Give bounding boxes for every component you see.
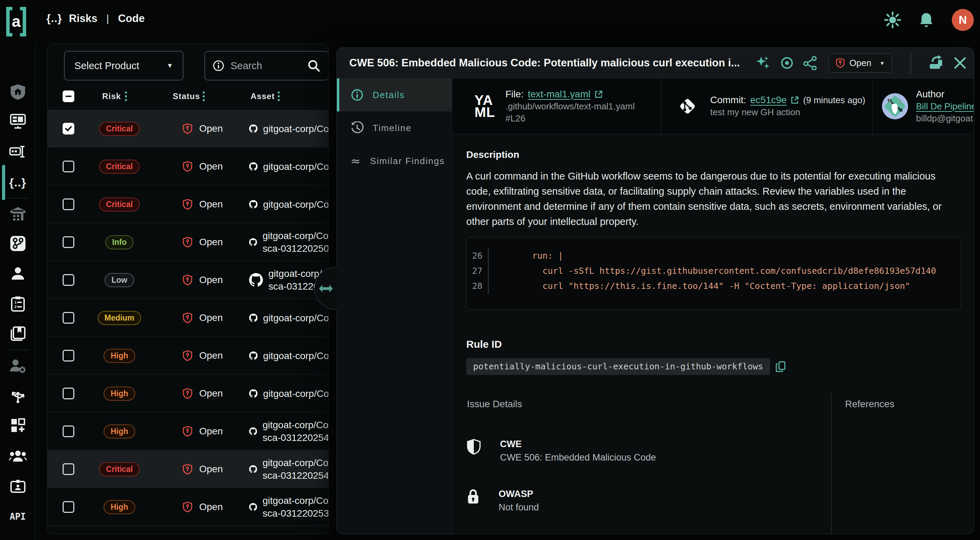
table-row[interactable]: Critical Open gitgoat-corp/Cosca-0312202… [48, 450, 328, 488]
code-line-text: curl -sSfL https://gist.githubuserconten… [488, 264, 961, 279]
app-logo-icon[interactable]: a [5, 6, 27, 37]
product-filter-dropdown[interactable]: Select Product ▼ [64, 51, 183, 81]
github-icon [249, 311, 258, 325]
file-line-ref: #L26 [506, 113, 635, 124]
table-row[interactable]: Critical Open gitgoat-corp/Co [48, 110, 328, 148]
close-icon[interactable] [953, 56, 967, 70]
status-dropdown-button[interactable]: Open ▼ [829, 53, 892, 73]
severity-badge: Low [105, 273, 134, 287]
author-name-link[interactable]: Bill De Pipeline [916, 101, 974, 111]
collapse-panel-icon[interactable] [928, 55, 944, 71]
grid-plus-icon [10, 418, 25, 433]
row-checkbox[interactable] [63, 236, 74, 248]
sidebar-divider [7, 198, 29, 199]
person-icon [10, 266, 25, 281]
share-icon[interactable] [803, 56, 818, 70]
row-checkbox[interactable] [63, 312, 74, 324]
status-column-menu-icon[interactable] [203, 92, 205, 101]
table-row[interactable]: Info Open gitgoat-corp/Cosca-031220250 [48, 223, 328, 261]
resize-arrows-icon [318, 283, 333, 294]
table-row[interactable]: Critical Open gitgoat-corp/Co [48, 186, 328, 223]
table-row[interactable]: Critical Open gitgoat-corp/Co [48, 148, 328, 186]
asset-name[interactable]: gitgoat-corp/Cosca-031220254 [262, 419, 329, 444]
copy-icon[interactable] [775, 361, 787, 373]
tab-details[interactable]: Details [337, 78, 452, 111]
sidebar-item-dashboard[interactable] [0, 109, 35, 133]
rule-id-value: potentially-malicious-curl-execution-in-… [466, 358, 770, 375]
table-row[interactable]: High Open gitgoat-corp/Cosca-031220254 [48, 412, 328, 450]
ai-sparkles-icon[interactable] [755, 55, 771, 71]
table-row[interactable]: Medium Open gitgoat-corp/Co [48, 299, 328, 337]
status-label: Open [199, 199, 223, 210]
asset-name[interactable]: gitgoat-corp/Cosca-031220253 [262, 494, 329, 520]
column-asset[interactable]: Asset [250, 92, 275, 101]
code-snippet[interactable]: 26 run: | 27 curl -sSfL https://gist.git… [466, 237, 961, 310]
table-row[interactable]: High Open gitgoat-corp/Cosca-031220253 [48, 488, 328, 526]
description-heading: Description [466, 149, 519, 160]
row-checkbox[interactable] [63, 388, 74, 399]
sidebar-item-teams[interactable] [0, 444, 35, 469]
circle-dot-icon[interactable] [780, 56, 794, 70]
table-row[interactable]: Low Open gitgoat-corp/Csca-0312202 [48, 261, 328, 299]
table-row[interactable]: High Open gitgoat-corp/Co [48, 337, 328, 375]
braces-glyph: {..} [46, 13, 62, 25]
sidebar-item-library[interactable] [0, 321, 35, 346]
asset-name[interactable]: gitgoat-corp/Cosca-031220254 [262, 456, 329, 482]
asset-name[interactable]: gitgoat-corp/Co [263, 349, 329, 362]
row-checkbox[interactable] [63, 350, 74, 362]
notifications-bell-icon[interactable] [919, 12, 934, 28]
github-icon [249, 235, 257, 249]
file-section: YAML File: text-mal1.yaml .github/workfl… [452, 78, 661, 134]
row-checkbox[interactable] [63, 199, 74, 210]
sidebar-item-home[interactable] [0, 79, 35, 104]
tab-similar-label: Similar Findings [370, 156, 445, 167]
svg-text:a: a [12, 13, 21, 30]
asset-name[interactable]: gitgoat-corp/Cosca-031220250 [262, 229, 329, 255]
row-checkbox[interactable] [63, 501, 74, 513]
sidebar-item-extensions[interactable] [0, 413, 35, 438]
history-clock-icon [351, 121, 364, 135]
theme-toggle-icon[interactable] [885, 12, 901, 28]
sidebar-item-contributors[interactable] [0, 261, 35, 286]
asset-name[interactable]: gitgoat-corp/Co [263, 387, 329, 400]
sidebar-item-code-scan[interactable] [0, 139, 35, 164]
asset-column-menu-icon[interactable] [278, 92, 280, 101]
risk-column-menu-icon[interactable] [125, 92, 127, 101]
sidebar-item-user-settings[interactable] [0, 354, 35, 378]
file-name-link[interactable]: text-mal1.yaml [528, 89, 590, 100]
column-divider [831, 392, 832, 534]
tab-timeline[interactable]: Timeline [337, 111, 452, 145]
row-checkbox[interactable] [63, 426, 74, 437]
asset-name[interactable]: gitgoat-corp/Co [263, 311, 329, 324]
search-input[interactable]: Search [204, 51, 329, 81]
sidebar-item-tasks[interactable]: 12 [0, 291, 35, 316]
sidebar-item-workflows[interactable] [0, 383, 35, 408]
code-line-number: 28 [466, 279, 488, 294]
sidebar-item-inventory[interactable] [0, 201, 35, 226]
table-row[interactable]: High Open gitgoat-corp/Co [48, 375, 328, 412]
sidebar-item-repositories[interactable] [0, 231, 35, 256]
select-all-checkbox[interactable] [63, 91, 74, 102]
asset-name[interactable]: gitgoat-corp/Co [263, 198, 329, 211]
asset-name[interactable]: gitgoat-corp/Co [263, 122, 329, 135]
sidebar-item-api[interactable]: API [0, 504, 35, 529]
status-label: Open [199, 161, 223, 172]
asset-name[interactable]: gitgoat-corp/Co [263, 160, 329, 173]
user-gear-icon [9, 358, 27, 373]
id-badge-icon [10, 479, 26, 493]
tab-similar-findings[interactable]: ≈ Similar Findings [337, 145, 452, 178]
row-checkbox[interactable] [63, 123, 74, 135]
commit-hash-link[interactable]: ec51c9e [750, 95, 787, 106]
column-risk[interactable]: Risk [102, 92, 121, 101]
row-checkbox[interactable] [63, 274, 74, 286]
row-checkbox[interactable] [63, 463, 74, 475]
severity-badge: High [103, 387, 135, 401]
user-avatar[interactable]: N [952, 9, 974, 31]
row-checkbox[interactable] [63, 160, 74, 172]
column-status[interactable]: Status [173, 92, 200, 101]
severity-badge: Medium [98, 311, 142, 325]
cwe-value: CWE 506: Embedded Malicious Code [500, 452, 656, 463]
sidebar-item-risks-code[interactable]: {..} [0, 170, 35, 195]
tab-details-label: Details [373, 90, 405, 100]
sidebar-item-id-badge[interactable] [0, 473, 35, 499]
